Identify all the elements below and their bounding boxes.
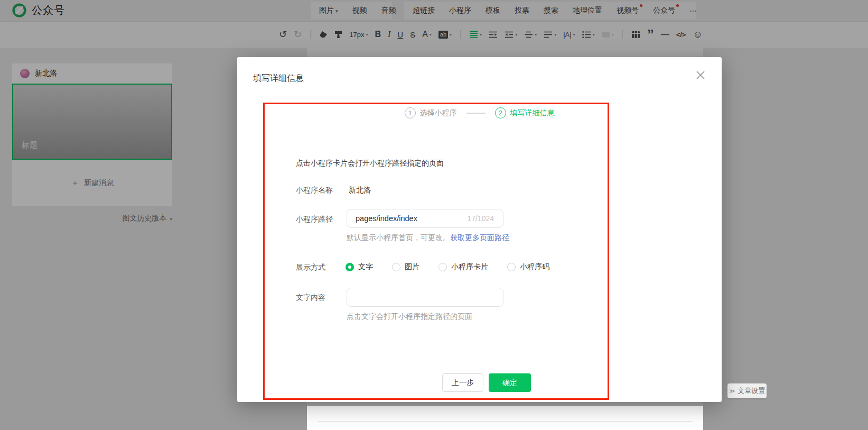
path-counter: 17/1024 [467, 214, 494, 223]
steps-indicator: 1 选择小程序 2 填写详细信息 [237, 107, 722, 118]
article-settings-label: 文章设置 [738, 386, 765, 396]
step-1-select-miniprogram: 1 选择小程序 [405, 107, 457, 118]
name-label: 小程序名称 [296, 186, 333, 195]
bottom-panel-divider [318, 421, 693, 422]
display-mode-options: 文字 图片 小程序卡片 小程序码 [346, 262, 549, 272]
step-connector [466, 113, 486, 114]
radio-card[interactable]: 小程序卡片 [438, 262, 488, 272]
step-1-number: 1 [405, 107, 416, 118]
article-settings-button[interactable]: ≫ 文章设置 [727, 383, 767, 398]
path-label: 小程序路径 [296, 215, 333, 224]
miniprogram-detail-dialog: 填写详细信息 1 选择小程序 2 填写详细信息 点击小程序卡片会打开小程序路径指… [237, 57, 722, 402]
radio-dot [438, 263, 447, 271]
radio-dot [392, 263, 400, 271]
step-2-label: 填写详细信息 [510, 108, 555, 118]
radio-dot [507, 263, 516, 271]
more-paths-link[interactable]: 获取更多页面路径 [450, 233, 509, 242]
text-content-hint: 点击文字会打开小程序指定路径的页面 [347, 312, 472, 322]
double-angle-icon: ≫ [729, 388, 735, 395]
miniprogram-tip: 点击小程序卡片会打开小程序路径指定的页面 [296, 159, 444, 168]
path-input[interactable] [347, 209, 549, 227]
step-2-fill-details: 2 填写详细信息 [495, 107, 555, 118]
screenshot-stage: 公众号 图片▾ 视频 音频 超链接 小程序 模板 投票 搜索 地理位置 视频号 … [0, 0, 868, 430]
radio-dot [346, 263, 354, 271]
text-content-input-wrapper [347, 288, 503, 307]
bottom-panel [307, 406, 703, 430]
name-value: 新北洛 [349, 186, 371, 195]
step-1-label: 选择小程序 [420, 108, 457, 118]
text-content-input[interactable] [347, 288, 549, 306]
text-content-label: 文字内容 [296, 293, 325, 303]
step-2-number: 2 [495, 107, 506, 118]
radio-qrcode[interactable]: 小程序码 [507, 262, 549, 272]
close-icon [695, 70, 706, 80]
path-hint: 默认显示小程序首页，可更改。获取更多页面路径 [347, 233, 509, 243]
close-button[interactable] [695, 70, 706, 80]
display-mode-label: 展示方式 [296, 263, 325, 272]
radio-image[interactable]: 图片 [392, 262, 419, 272]
dialog-title: 填写详细信息 [253, 73, 304, 84]
path-input-wrapper: 17/1024 [347, 209, 503, 228]
confirm-button[interactable]: 确定 [489, 373, 531, 392]
radio-text[interactable]: 文字 [346, 262, 373, 272]
previous-button[interactable]: 上一步 [442, 373, 483, 392]
